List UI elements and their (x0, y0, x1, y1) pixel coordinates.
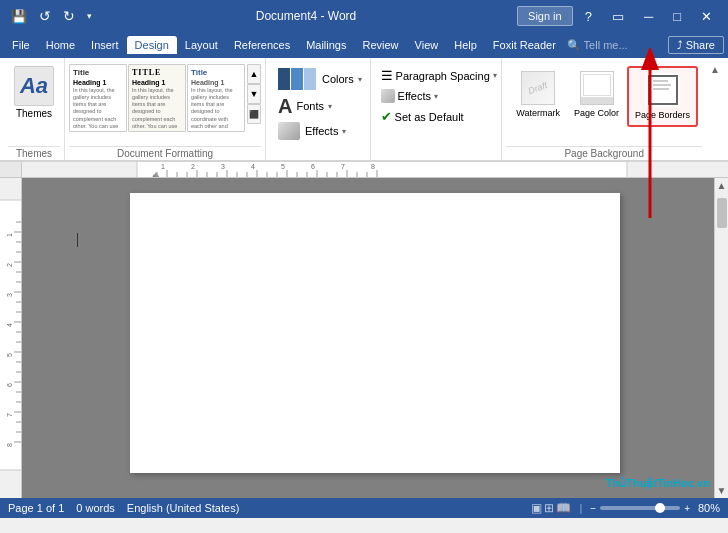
view-web-layout[interactable]: ⊞ (544, 501, 554, 515)
colors-label: Colors (322, 73, 354, 85)
zoom-in-btn[interactable]: + (684, 503, 690, 514)
scroll-more-arrow[interactable]: ⬛ (247, 104, 261, 124)
menu-home[interactable]: Home (38, 36, 83, 54)
app-title: Document4 - Word (95, 9, 517, 23)
ribbon-collapse-area: ▲ (706, 58, 724, 160)
vertical-scrollbar[interactable]: ▲ ▼ (714, 178, 728, 498)
colors-button[interactable]: Colors ▾ (272, 66, 368, 92)
menu-review[interactable]: Review (355, 36, 407, 54)
document-canvas: ▲ ▼ ThủThuậtTinHoc.vn (22, 178, 728, 498)
redo-icon[interactable]: ↻ (60, 6, 78, 26)
effects-button-2[interactable]: Effects ▾ (377, 87, 501, 105)
paragraph-spacing-button[interactable]: ☰ Paragraph Spacing ▾ (377, 66, 501, 85)
thumb2-heading: Heading 1 (132, 79, 182, 86)
thumb3-text: In this layout, the gallery includes ite… (191, 87, 241, 132)
close-button[interactable]: ✕ (693, 7, 720, 26)
format-thumb-3[interactable]: Title Heading 1 In this layout, the gall… (187, 64, 245, 132)
svg-text:7: 7 (6, 413, 13, 417)
view-buttons: ▣ ⊞ 📖 (531, 501, 571, 515)
menu-insert[interactable]: Insert (83, 36, 127, 54)
swatch-dark (278, 68, 290, 90)
window-controls: Sign in ? ▭ ─ □ ✕ (517, 6, 720, 26)
effects-icon-2 (381, 89, 395, 103)
para-spacing-arrow: ▾ (493, 71, 497, 80)
sign-in-button[interactable]: Sign in (517, 6, 573, 26)
collapse-ribbon-button[interactable]: ▲ (708, 62, 722, 77)
watermark-visual: Draft (521, 71, 555, 105)
themes-button[interactable]: Aa Themes (8, 62, 60, 123)
watermark-button[interactable]: Draft Watermark (510, 66, 566, 123)
text-cursor (77, 233, 78, 247)
color-swatches (278, 68, 316, 90)
ribbon-group-themes: Aa Themes Themes (4, 58, 65, 160)
scroll-down-arrow[interactable]: ▼ (247, 84, 261, 104)
page-borders-button[interactable]: Page Borders (627, 66, 698, 127)
svg-text:8: 8 (6, 443, 13, 447)
page-count: Page 1 of 1 (8, 502, 64, 514)
scroll-thumb[interactable] (717, 198, 727, 228)
svg-text:4: 4 (251, 163, 255, 170)
svg-text:2: 2 (191, 163, 195, 170)
page-color-button[interactable]: Page Color (568, 66, 625, 123)
colors-group-content: Colors ▾ A Fonts ▾ Effects ▾ (270, 62, 366, 146)
set-as-default-button[interactable]: ✔ Set as Default (377, 107, 501, 126)
zoom-out-btn[interactable]: − (590, 503, 596, 514)
format-thumbnails: Title Heading 1 In this layout, the gall… (69, 62, 245, 134)
para-options: ☰ Paragraph Spacing ▾ Effects ▾ ✔ Set as… (375, 62, 503, 130)
fonts-icon: A (278, 96, 292, 116)
effects-arrow: ▾ (342, 127, 346, 136)
customize-icon[interactable]: ▾ (84, 9, 95, 23)
ribbon-group-colors: Colors ▾ A Fonts ▾ Effects ▾ (266, 58, 371, 160)
word-count: 0 words (76, 502, 115, 514)
set-default-label: Set as Default (395, 111, 464, 123)
menu-file[interactable]: File (4, 36, 38, 54)
document-page[interactable] (130, 193, 620, 473)
undo-icon[interactable]: ↺ (36, 6, 54, 26)
maximize-button[interactable]: □ (665, 7, 689, 26)
svg-text:5: 5 (281, 163, 285, 170)
scroll-up-arrow[interactable]: ▲ (247, 64, 261, 84)
svg-rect-40 (0, 200, 22, 470)
svg-text:6: 6 (6, 383, 13, 387)
horizontal-ruler: 1 2 3 4 5 6 7 (0, 162, 728, 178)
colors-fonts-effects: Colors ▾ A Fonts ▾ Effects ▾ (270, 62, 370, 146)
ribbon-display-icon[interactable]: ▭ (604, 7, 632, 26)
tell-me-input[interactable] (584, 39, 664, 51)
format-thumb-1[interactable]: Title Heading 1 In this layout, the gall… (69, 64, 127, 132)
menu-right: 🔍 ⤴ Share (567, 36, 724, 54)
scroll-up-btn[interactable]: ▲ (715, 178, 728, 193)
colors-arrow: ▾ (358, 75, 362, 84)
zoom-level: 80% (698, 502, 720, 514)
content-area: 1 2 3 4 5 6 7 (0, 178, 728, 498)
menu-view[interactable]: View (407, 36, 447, 54)
page-bg-section-label: Page Background (506, 146, 702, 160)
format-thumb-2[interactable]: TITLE Heading 1 In this layout, the gall… (128, 64, 186, 132)
fonts-button[interactable]: A Fonts ▾ (272, 94, 368, 118)
zoom-slider[interactable] (600, 506, 680, 510)
page-bg-content: Draft Watermark Pag (506, 62, 702, 146)
para-spacing-label: Paragraph Spacing (396, 70, 490, 82)
title-bar: 💾 ↺ ↻ ▾ Document4 - Word Sign in ? ▭ ─ □… (0, 0, 728, 32)
scroll-down-btn[interactable]: ▼ (715, 483, 728, 498)
view-read-mode[interactable]: 📖 (556, 501, 571, 515)
menu-layout[interactable]: Layout (177, 36, 226, 54)
check-icon: ✔ (381, 109, 392, 124)
thumb2-title: TITLE (132, 68, 182, 77)
effects-arrow-2: ▾ (434, 92, 438, 101)
tell-me-area[interactable]: 🔍 (567, 39, 664, 52)
menu-references[interactable]: References (226, 36, 298, 54)
share-button[interactable]: ⤴ Share (668, 36, 724, 54)
menu-design[interactable]: Design (127, 36, 177, 54)
effects-button[interactable]: Effects ▾ (272, 120, 368, 142)
page-borders-label: Page Borders (635, 110, 690, 121)
save-icon[interactable]: 💾 (8, 7, 30, 26)
minimize-button[interactable]: ─ (636, 7, 661, 26)
help-icon[interactable]: ? (577, 7, 600, 26)
view-print-layout[interactable]: ▣ (531, 501, 542, 515)
scroll-track[interactable] (716, 193, 728, 483)
menu-foxit[interactable]: Foxit Reader (485, 36, 564, 54)
menu-mailings[interactable]: Mailings (298, 36, 354, 54)
swatch-light (304, 68, 316, 90)
menu-help[interactable]: Help (446, 36, 485, 54)
themes-label: Themes (16, 108, 52, 119)
